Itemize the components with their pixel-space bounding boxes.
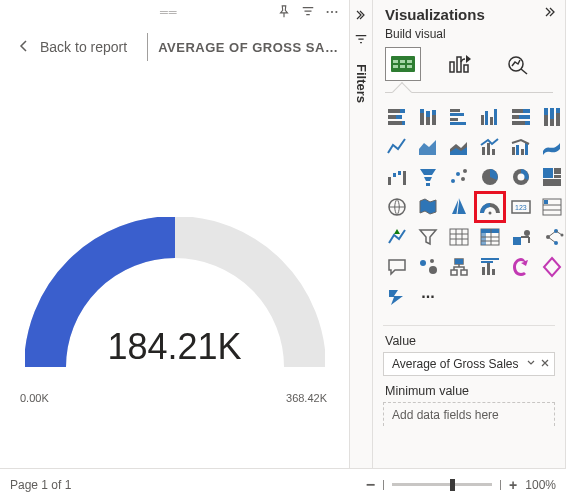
zoom-slider[interactable] bbox=[392, 483, 492, 486]
viz-icon-ribbon[interactable] bbox=[538, 133, 566, 161]
viz-icon-line-stacked-column[interactable] bbox=[476, 133, 504, 161]
svg-rect-39 bbox=[525, 121, 530, 125]
filter-icon[interactable] bbox=[301, 5, 315, 19]
viz-icon-funnel[interactable] bbox=[414, 163, 442, 191]
svg-rect-7 bbox=[393, 65, 398, 68]
zoom-out-button[interactable]: − bbox=[366, 477, 375, 493]
svg-point-13 bbox=[509, 57, 523, 71]
viz-icon-filled-map[interactable] bbox=[414, 193, 442, 221]
gauge-visual[interactable]: 184.21K 0.00K 368.42K bbox=[0, 120, 349, 420]
viz-icon-clustered-column[interactable] bbox=[476, 103, 504, 131]
viz-icon-qna[interactable] bbox=[383, 253, 411, 281]
viz-icon-azure-map[interactable] bbox=[445, 193, 473, 221]
page-title: AVERAGE OF GROSS SAL… bbox=[158, 40, 338, 55]
viz-icon-line-clustered-column[interactable] bbox=[507, 133, 535, 161]
svg-point-58 bbox=[456, 172, 460, 176]
svg-rect-49 bbox=[512, 147, 515, 155]
field-pill-text: Average of Gross Sales bbox=[392, 357, 526, 371]
filters-label: Filters bbox=[354, 64, 369, 103]
svg-point-59 bbox=[461, 177, 465, 181]
svg-point-57 bbox=[451, 179, 455, 183]
viz-icon-100-stacked-column[interactable] bbox=[538, 103, 566, 131]
svg-rect-104 bbox=[492, 269, 495, 275]
svg-rect-19 bbox=[402, 121, 405, 125]
chevron-down-icon[interactable] bbox=[526, 357, 536, 371]
min-well-label: Minimum value bbox=[373, 376, 565, 402]
svg-rect-45 bbox=[556, 108, 560, 113]
svg-rect-67 bbox=[543, 179, 561, 186]
viz-icon-100-stacked-bar[interactable] bbox=[507, 103, 535, 131]
viz-icon-donut[interactable] bbox=[507, 163, 535, 191]
viz-icon-power-apps[interactable] bbox=[538, 253, 566, 281]
grip-icon[interactable]: ══ bbox=[160, 6, 178, 18]
svg-rect-18 bbox=[388, 121, 402, 125]
viz-icon-line[interactable] bbox=[383, 133, 411, 161]
svg-point-95 bbox=[554, 241, 558, 245]
filters-pane-collapsed[interactable]: Filters bbox=[349, 0, 373, 468]
viz-icon-area[interactable] bbox=[414, 133, 442, 161]
viz-icon-table[interactable] bbox=[445, 223, 473, 251]
pin-icon[interactable] bbox=[277, 5, 291, 19]
viz-icon-power-automate[interactable] bbox=[383, 283, 411, 311]
more-icon[interactable] bbox=[325, 5, 339, 19]
viz-icon-map[interactable] bbox=[383, 193, 411, 221]
viz-icon-r-visual[interactable] bbox=[507, 223, 535, 251]
svg-rect-43 bbox=[550, 108, 554, 119]
viz-icon-scatter[interactable] bbox=[445, 163, 473, 191]
viz-icon-multi-row-card[interactable] bbox=[538, 193, 566, 221]
gauge-min-label: 0.00K bbox=[20, 392, 49, 404]
svg-rect-46 bbox=[482, 147, 485, 155]
svg-rect-14 bbox=[388, 109, 400, 113]
svg-rect-23 bbox=[426, 111, 430, 117]
viz-icon-matrix[interactable] bbox=[476, 223, 504, 251]
svg-rect-102 bbox=[482, 267, 485, 275]
tab-build-visual[interactable] bbox=[385, 47, 421, 81]
zoom-in-button[interactable]: + bbox=[509, 478, 517, 492]
viz-icon-pie[interactable] bbox=[476, 163, 504, 191]
svg-rect-9 bbox=[407, 65, 412, 68]
svg-rect-56 bbox=[403, 171, 406, 185]
viz-icon-paginated[interactable] bbox=[507, 253, 535, 281]
svg-rect-101 bbox=[455, 259, 463, 264]
svg-rect-6 bbox=[407, 60, 412, 63]
viz-icon-kpi[interactable] bbox=[383, 223, 411, 251]
viz-icon-key-influencers[interactable] bbox=[414, 253, 442, 281]
close-icon[interactable] bbox=[540, 357, 550, 371]
visual-toolbar: ══ bbox=[0, 0, 349, 24]
tab-analytics[interactable] bbox=[501, 47, 537, 81]
svg-rect-30 bbox=[481, 115, 484, 125]
svg-rect-17 bbox=[396, 115, 402, 119]
svg-point-88 bbox=[524, 230, 530, 236]
viz-icon-stacked-area[interactable] bbox=[445, 133, 473, 161]
viz-icon-stacked-bar[interactable] bbox=[383, 103, 411, 131]
svg-rect-64 bbox=[543, 168, 553, 178]
viz-more-button[interactable]: ··· bbox=[414, 283, 442, 311]
svg-rect-10 bbox=[450, 62, 454, 72]
visualizations-title: Visualizations bbox=[385, 6, 485, 23]
viz-icon-treemap[interactable] bbox=[538, 163, 566, 191]
back-to-report-button[interactable]: Back to report bbox=[8, 39, 137, 55]
viz-icon-py-visual[interactable] bbox=[538, 223, 566, 251]
viz-icon-gauge[interactable] bbox=[476, 193, 504, 221]
viz-icon-waterfall[interactable] bbox=[383, 163, 411, 191]
viz-icon-clustered-bar[interactable] bbox=[445, 103, 473, 131]
svg-rect-55 bbox=[398, 171, 401, 175]
min-well-drop[interactable]: Add data fields here bbox=[383, 402, 555, 426]
viz-icon-slicer[interactable] bbox=[414, 223, 442, 251]
svg-rect-66 bbox=[554, 175, 561, 178]
field-pill-value[interactable]: Average of Gross Sales bbox=[383, 352, 555, 376]
svg-rect-41 bbox=[544, 108, 548, 115]
svg-rect-11 bbox=[457, 57, 461, 72]
viz-icon-card[interactable]: 123 bbox=[507, 193, 535, 221]
svg-point-63 bbox=[518, 174, 525, 181]
viz-icon-decomp-tree[interactable] bbox=[445, 253, 473, 281]
viz-icon-smart-narrative[interactable] bbox=[476, 253, 504, 281]
back-label: Back to report bbox=[40, 39, 127, 55]
chevron-right-icon[interactable] bbox=[543, 7, 555, 22]
tab-format-visual[interactable] bbox=[443, 47, 479, 81]
chevron-left-icon bbox=[18, 39, 30, 55]
viz-icon-stacked-column[interactable] bbox=[414, 103, 442, 131]
svg-rect-32 bbox=[490, 117, 493, 125]
visualizations-pane: Visualizations Build visual 123··· Value… bbox=[373, 0, 566, 468]
svg-rect-29 bbox=[450, 122, 466, 125]
